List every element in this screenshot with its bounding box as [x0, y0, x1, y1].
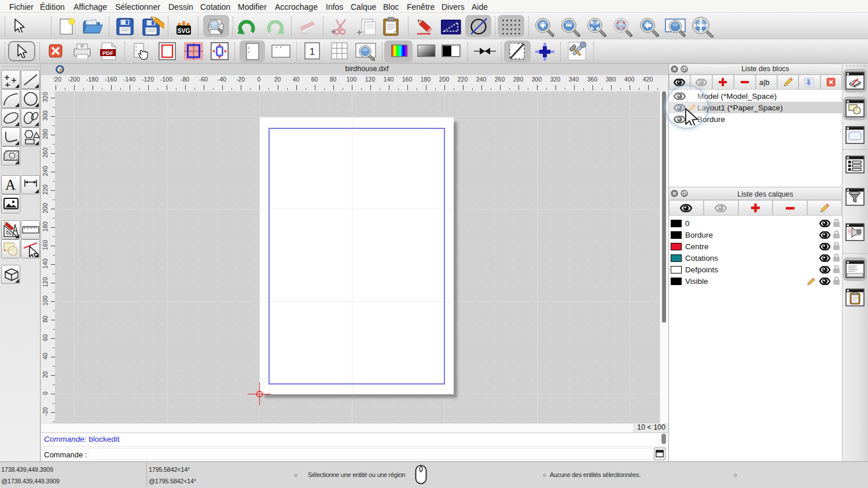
svg-text:1: 1	[310, 46, 315, 57]
svg-text:SVG: SVG	[177, 27, 190, 34]
svg-text:PDF: PDF	[102, 50, 113, 56]
